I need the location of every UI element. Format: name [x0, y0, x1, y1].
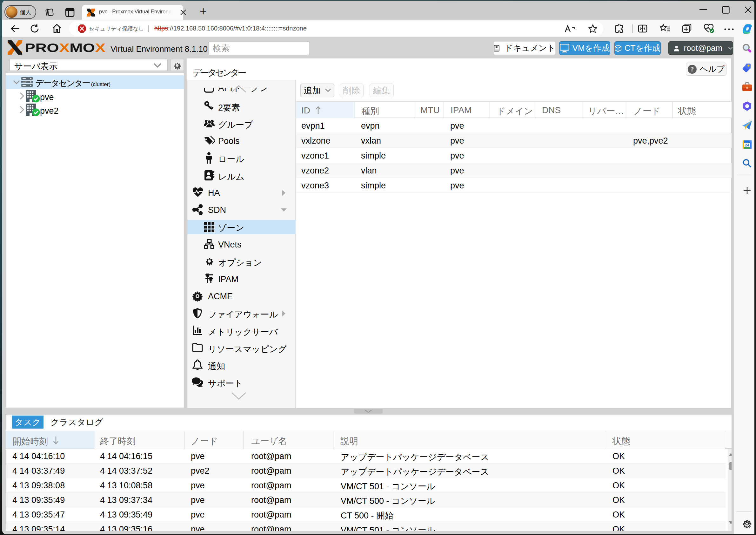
svg-text:24: 24: [745, 143, 749, 147]
svg-text:?: ?: [690, 66, 694, 73]
